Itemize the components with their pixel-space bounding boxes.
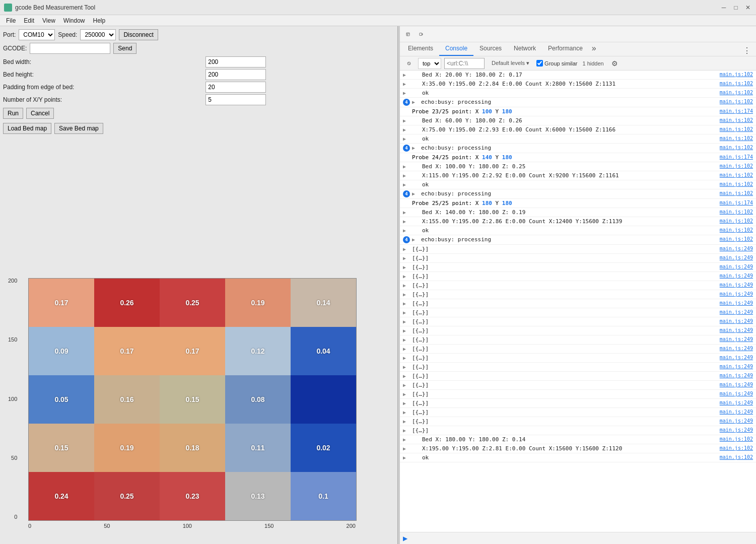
padding-input[interactable] — [205, 82, 266, 93]
log-file[interactable]: main.js:102 — [720, 218, 753, 224]
log-entry-object[interactable]: ▶ [{…}] main.js:249 — [400, 281, 756, 290]
log-file[interactable]: main.js:102 — [720, 454, 753, 460]
log-entry-object[interactable]: ▶ [{…}] main.js:249 — [400, 326, 756, 335]
log-entry-object[interactable]: ▶ [{…}] main.js:249 — [400, 417, 756, 426]
log-file[interactable]: main.js:249 — [720, 327, 753, 333]
disconnect-button[interactable]: Disconnect — [119, 29, 158, 40]
log-file[interactable]: main.js:249 — [720, 309, 753, 315]
log-file[interactable]: main.js:102 — [720, 445, 753, 451]
group-similar-checkbox[interactable] — [536, 60, 543, 66]
device-toolbar-button[interactable] — [415, 28, 427, 40]
log-file[interactable]: main.js:102 — [720, 90, 753, 95]
log-file[interactable]: main.js:102 — [720, 99, 753, 104]
log-entry-object[interactable]: ▶ [{…}] main.js:249 — [400, 335, 756, 345]
console-settings-button[interactable]: ⚙ — [609, 57, 621, 70]
port-select[interactable]: COM10 — [19, 29, 55, 40]
log-file[interactable]: main.js:249 — [720, 364, 753, 369]
log-entry-object[interactable]: ▶ [{…}] main.js:249 — [400, 372, 756, 381]
log-file[interactable]: main.js:102 — [720, 117, 753, 123]
log-file[interactable]: main.js:249 — [720, 282, 753, 288]
log-file[interactable]: main.js:249 — [720, 355, 753, 360]
console-content[interactable]: ▶ Bed X: 20.00 Y: 180.00 Z: 0.17 main.js… — [400, 71, 756, 532]
menu-file[interactable]: File — [2, 16, 20, 25]
devtools-more-options[interactable]: ⋮ — [740, 45, 754, 56]
log-entry-object[interactable]: ▶ [{…}] main.js:249 — [400, 272, 756, 281]
console-input[interactable] — [409, 533, 753, 544]
clear-console-button[interactable] — [403, 57, 415, 70]
log-file[interactable]: main.js:102 — [720, 190, 753, 196]
log-file[interactable]: main.js:249 — [720, 391, 753, 396]
log-file[interactable]: main.js:249 — [720, 246, 753, 251]
log-entry-object[interactable]: ▶ [{…}] main.js:249 — [400, 245, 756, 254]
run-button[interactable]: Run — [3, 108, 23, 119]
log-entry-object[interactable]: ▶ [{…}] main.js:249 — [400, 308, 756, 317]
log-file[interactable]: main.js:102 — [720, 81, 753, 86]
log-file[interactable]: main.js:249 — [720, 318, 753, 324]
log-file[interactable]: main.js:249 — [720, 291, 753, 297]
maximize-button[interactable]: □ — [732, 4, 740, 12]
log-entry-object[interactable]: ▶ [{…}] main.js:249 — [400, 381, 756, 390]
log-file[interactable]: main.js:249 — [720, 264, 753, 269]
log-file[interactable]: main.js:102 — [720, 163, 753, 169]
log-file[interactable]: main.js:249 — [720, 400, 753, 405]
log-file[interactable]: main.js:249 — [720, 427, 753, 433]
log-file[interactable]: main.js:249 — [720, 409, 753, 415]
log-file[interactable]: main.js:102 — [720, 145, 753, 150]
log-file[interactable]: main.js:102 — [720, 236, 753, 242]
log-file[interactable]: main.js:102 — [720, 72, 753, 77]
log-entry-object[interactable]: ▶ [{…}] main.js:249 — [400, 363, 756, 372]
speed-select[interactable]: 250000 — [80, 29, 116, 40]
log-entry-object[interactable]: ▶ [{…}] main.js:249 — [400, 354, 756, 363]
gcode-input[interactable] — [30, 43, 110, 54]
log-file[interactable]: main.js:249 — [720, 273, 753, 279]
num-points-input[interactable] — [205, 94, 266, 105]
log-file[interactable]: main.js:102 — [720, 135, 753, 141]
context-select[interactable]: top — [418, 58, 441, 69]
tab-network[interactable]: Network — [508, 42, 542, 56]
log-file[interactable]: main.js:249 — [720, 255, 753, 260]
load-bed-map-button[interactable]: Load Bed map — [3, 123, 51, 134]
log-entry-object[interactable]: ▶ [{…}] main.js:249 — [400, 290, 756, 299]
menu-view[interactable]: View — [38, 16, 59, 25]
log-entry-object[interactable]: ▶ [{…}] main.js:249 — [400, 299, 756, 308]
minimize-button[interactable]: ─ — [720, 4, 728, 12]
log-entry-object[interactable]: ▶ [{…}] main.js:249 — [400, 345, 756, 354]
log-file[interactable]: main.js:249 — [720, 346, 753, 351]
log-file[interactable]: main.js:102 — [720, 181, 753, 187]
save-bed-map-button[interactable]: Save Bed map — [54, 123, 103, 134]
log-file[interactable]: main.js:102 — [720, 227, 753, 233]
log-entry-object[interactable]: ▶ [{…}] main.js:249 — [400, 399, 756, 408]
tab-sources[interactable]: Sources — [473, 42, 508, 56]
log-file[interactable]: main.js:102 — [720, 172, 753, 178]
log-file[interactable]: main.js:102 — [720, 209, 753, 215]
default-levels-button[interactable]: Default levels ▾ — [488, 58, 533, 69]
log-file[interactable]: main.js:102 — [720, 436, 753, 442]
log-file[interactable]: main.js:174 — [720, 154, 753, 160]
inspect-element-button[interactable] — [402, 28, 414, 40]
log-file[interactable]: main.js:102 — [720, 126, 753, 132]
more-tabs-button[interactable]: » — [589, 42, 599, 56]
log-file[interactable]: main.js:249 — [720, 336, 753, 342]
filter-input[interactable] — [444, 58, 485, 69]
cancel-button[interactable]: Cancel — [26, 108, 54, 119]
tab-console[interactable]: Console — [439, 42, 473, 56]
log-file[interactable]: main.js:249 — [720, 418, 753, 424]
log-entry-object[interactable]: ▶ [{…}] main.js:249 — [400, 254, 756, 263]
send-button[interactable]: Send — [113, 43, 136, 54]
log-entry-object[interactable]: ▶ [{…}] main.js:249 — [400, 408, 756, 417]
log-entry-object[interactable]: ▶ [{…}] main.js:249 — [400, 426, 756, 435]
log-entry-object[interactable]: ▶ [{…}] main.js:249 — [400, 390, 756, 399]
bed-width-input[interactable] — [205, 56, 266, 67]
tab-elements[interactable]: Elements — [402, 42, 439, 56]
log-entry-object[interactable]: ▶ [{…}] main.js:249 — [400, 317, 756, 326]
log-file[interactable]: main.js:174 — [720, 108, 753, 114]
log-file[interactable]: main.js:249 — [720, 382, 753, 387]
log-entry-object[interactable]: ▶ [{…}] main.js:249 — [400, 263, 756, 272]
bed-height-input[interactable] — [205, 69, 266, 80]
menu-edit[interactable]: Edit — [20, 16, 38, 25]
menu-help[interactable]: Help — [89, 16, 110, 25]
log-file[interactable]: main.js:174 — [720, 200, 753, 206]
close-button[interactable]: ✕ — [744, 4, 752, 12]
menu-window[interactable]: Window — [59, 16, 89, 25]
log-file[interactable]: main.js:249 — [720, 373, 753, 378]
